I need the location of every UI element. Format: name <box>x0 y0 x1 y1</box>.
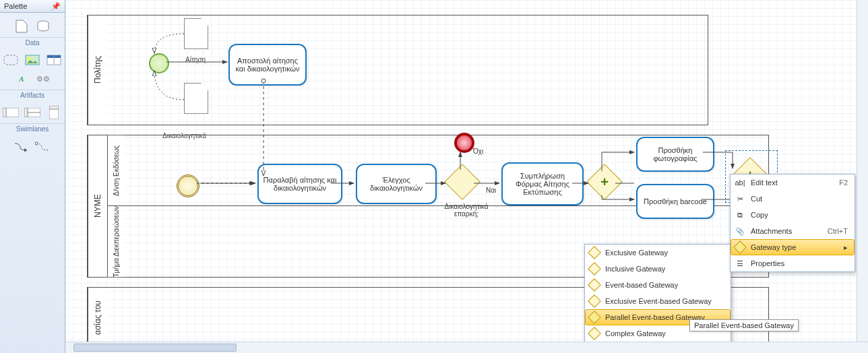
submenu-inclusive[interactable]: Inclusive Gateway <box>585 261 731 277</box>
data-object-documents[interactable] <box>184 83 208 114</box>
task-fill-form[interactable]: Συμπλήρωση Φόρμας Αίτησης Εκτύπωσης <box>501 162 584 205</box>
palette-item-data-store[interactable] <box>34 18 53 34</box>
start-event-citizen[interactable] <box>149 53 169 73</box>
palette-section-data: Data <box>0 37 65 49</box>
palette-item-image[interactable] <box>23 52 42 68</box>
palette-item-text[interactable]: A <box>12 71 31 87</box>
plus-icon: + <box>592 170 617 194</box>
svg-point-14 <box>35 142 38 145</box>
horizontal-scroll-thumb[interactable] <box>73 344 237 352</box>
start-event-nyme[interactable] <box>177 174 199 197</box>
task-receive[interactable]: Παραλαβή αίτησης και δικαιολογητικών <box>257 164 342 204</box>
end-event-no[interactable] <box>454 133 474 153</box>
palette-item-group[interactable] <box>1 52 20 68</box>
menu-attachments[interactable]: 📎AttachmentsCtrl+T <box>731 223 855 239</box>
diagram-canvas[interactable]: Πολίτης Αίτηση Αποστολή αίτησης και δικα… <box>65 0 868 353</box>
palette-panel: Palette 📌 Data A ⚙⚙ Artifacts Swiml <box>0 0 65 353</box>
submenu-arrow-icon: ▸ <box>844 243 848 252</box>
cut-icon: ✂ <box>735 193 745 204</box>
svg-rect-1 <box>4 55 18 65</box>
svg-point-3 <box>28 57 30 60</box>
pin-icon[interactable]: 📌 <box>51 2 61 11</box>
palette-item-lane-h[interactable] <box>23 104 42 121</box>
attachments-icon: 📎 <box>735 226 745 236</box>
data-object-application[interactable] <box>184 18 208 49</box>
vertical-scrollbar[interactable] <box>857 0 868 342</box>
submenu-event[interactable]: Event-based Gateway <box>585 277 731 293</box>
palette-item-pool-v[interactable] <box>44 104 63 121</box>
menu-edit-text[interactable]: ab|Edit textF2 <box>731 174 855 191</box>
task-send-application[interactable]: Αποστολή αίτησης και δικαιολογητικών <box>228 44 307 86</box>
submenu-exclusive-event[interactable]: Exclusive Event-based Gateway <box>585 293 731 309</box>
menu-copy[interactable]: ⧉Copy <box>731 207 855 223</box>
svg-rect-11 <box>24 108 28 117</box>
lane-ekdoseos-title: Δ/νση Εκδόσεως <box>107 135 124 205</box>
edit-text-icon: ab| <box>735 177 745 188</box>
svg-rect-8 <box>3 108 6 117</box>
pool-bottom-title: ασίας του <box>88 288 107 348</box>
palette-section-swimlanes: Swimlanes <box>0 123 65 135</box>
svg-rect-13 <box>49 106 59 109</box>
context-menu: ab|Edit textF2 ✂Cut ⧉Copy 📎AttachmentsCt… <box>730 174 855 272</box>
gateway-docs-sufficient[interactable] <box>444 164 480 200</box>
palette-item-settings[interactable]: ⚙⚙ <box>34 71 53 87</box>
horizontal-scrollbar[interactable] <box>65 342 868 353</box>
palette-item-sequence-flow[interactable] <box>12 138 31 154</box>
task-check[interactable]: Έλεγχος δικαιολογητικών <box>356 164 437 204</box>
pool-citizen-title: Πολίτης <box>88 15 107 125</box>
gateway-parallel-split[interactable]: + <box>586 164 623 200</box>
tooltip: Parallel Event-based Gateway <box>689 319 799 331</box>
properties-icon: ☰ <box>735 258 745 269</box>
task-add-photo[interactable]: Προσθήκη φωτογραφίας <box>636 137 714 172</box>
submenu-exclusive[interactable]: Exclusive Gateway <box>585 245 731 261</box>
pool-nyme-title: NYME <box>88 135 107 277</box>
lane-diek-title: Τμήμα Διεκπεραιώσεων <box>107 206 124 277</box>
menu-cut[interactable]: ✂Cut <box>731 191 855 207</box>
menu-properties[interactable]: ☰Properties <box>731 255 855 271</box>
palette-section-artifacts: Artifacts <box>0 90 65 102</box>
gateway-type-icon <box>735 242 745 253</box>
palette-item-table[interactable] <box>44 52 63 68</box>
palette-header: Palette 📌 <box>0 0 65 13</box>
pool-citizen[interactable]: Πολίτης Αίτηση Αποστολή αίτησης και δικα… <box>87 15 708 125</box>
copy-icon: ⧉ <box>735 210 745 220</box>
menu-gateway-type[interactable]: Gateway type▸ <box>731 239 855 255</box>
palette-title: Palette <box>4 2 27 10</box>
branch-yes: Ναι <box>486 187 496 194</box>
palette-item-message-flow[interactable] <box>34 138 53 154</box>
branch-no: Όχι <box>473 148 483 155</box>
data-label-application: Αίτηση <box>185 56 206 63</box>
palette-item-pool-h[interactable] <box>1 104 20 121</box>
palette-item-data-object[interactable] <box>12 18 31 34</box>
